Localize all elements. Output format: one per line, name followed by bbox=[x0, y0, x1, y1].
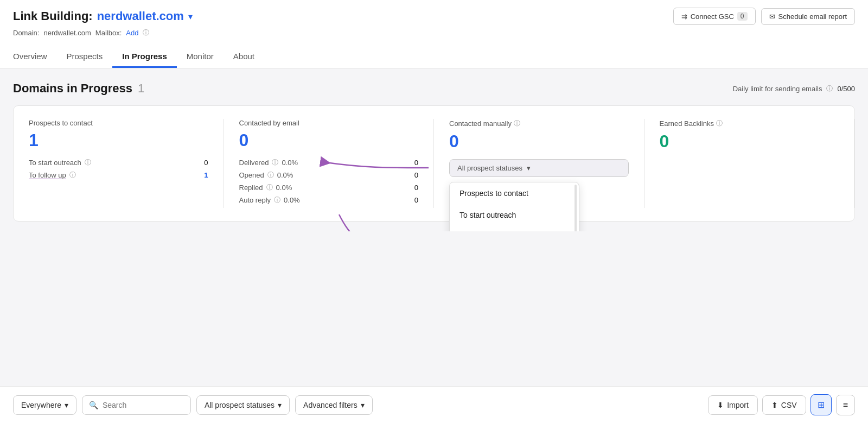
replied-value: 0 bbox=[414, 184, 418, 192]
section-header: Domains in Progress 1 Daily limit for se… bbox=[13, 81, 855, 96]
contacted-manual-value: 0 bbox=[449, 131, 629, 151]
daily-limit-label: Daily limit for sending emails bbox=[733, 85, 822, 93]
autoreply-row: Auto reply ⓘ 0.0% 0 bbox=[239, 195, 419, 205]
stat-earned-backlinks: Earned Backlinks ⓘ 0 bbox=[644, 119, 855, 208]
stat-contacted-manually: Contacted manually ⓘ 0 All prospect stat… bbox=[434, 119, 644, 208]
dropdown-trigger-label: All prospect statuses bbox=[457, 164, 522, 172]
follow-up-label: To follow up bbox=[29, 171, 66, 179]
backlinks-label: Earned Backlinks bbox=[660, 119, 714, 128]
replied-info-icon[interactable]: ⓘ bbox=[266, 183, 273, 192]
tab-overview[interactable]: Overview bbox=[13, 46, 57, 68]
mailbox-label: Mailbox: bbox=[95, 29, 122, 37]
autoreply-label: Auto reply bbox=[239, 196, 271, 204]
title-static: Link Building: bbox=[13, 9, 93, 23]
domain-chevron-icon[interactable]: ▾ bbox=[188, 11, 193, 22]
connect-gsc-button[interactable]: ⇉ Connect GSC 0 bbox=[673, 8, 756, 25]
mailbox-add-link[interactable]: Add bbox=[126, 29, 138, 37]
start-outreach-info-icon[interactable]: ⓘ bbox=[85, 158, 91, 167]
opened-row: Opened ⓘ 0.0% 0 bbox=[239, 171, 419, 180]
delivered-info-icon[interactable]: ⓘ bbox=[272, 158, 278, 167]
autoreply-info-icon[interactable]: ⓘ bbox=[274, 195, 280, 205]
dropdown-item-prospects-to-contact[interactable]: Prospects to contact bbox=[450, 182, 579, 204]
opened-pct: 0.0% bbox=[277, 171, 293, 179]
delivered-row: Delivered ⓘ 0.0% 0 bbox=[239, 158, 419, 167]
domain-count: 1 bbox=[138, 81, 144, 96]
tab-monitor[interactable]: Monitor bbox=[177, 46, 224, 68]
nav-tabs: Overview Prospects In Progress Monitor A… bbox=[13, 46, 855, 68]
prospects-value: 1 bbox=[29, 130, 208, 150]
prospects-label: Prospects to contact bbox=[29, 119, 93, 127]
top-bar: Link Building: nerdwallet.com ▾ ⇉ Connec… bbox=[0, 0, 868, 68]
delivered-label: Delivered bbox=[239, 159, 269, 167]
replied-row: Replied ⓘ 0.0% 0 bbox=[239, 183, 419, 192]
gsc-label: Connect GSC bbox=[691, 12, 734, 21]
main-content: Domains in Progress 1 Daily limit for se… bbox=[0, 68, 868, 222]
start-outreach-label: To start outreach bbox=[29, 159, 81, 167]
daily-limit-info-icon[interactable]: ⓘ bbox=[826, 84, 833, 93]
dropdown-chevron-icon: ▾ bbox=[527, 164, 531, 172]
gsc-icon: ⇉ bbox=[681, 12, 687, 21]
follow-up-info-icon[interactable]: ⓘ bbox=[69, 171, 76, 180]
opened-info-icon[interactable]: ⓘ bbox=[267, 171, 274, 180]
schedule-email-button[interactable]: ✉ Schedule email report bbox=[761, 8, 855, 25]
section-title: Domains in Progress 1 bbox=[13, 81, 144, 96]
daily-limit: Daily limit for sending emails ⓘ 0/500 bbox=[733, 84, 855, 93]
tab-in-progress[interactable]: In Progress bbox=[112, 46, 177, 68]
follow-up-value: 1 bbox=[204, 171, 208, 179]
opened-label: Opened bbox=[239, 171, 264, 179]
dropdown-item-start-outreach[interactable]: To start outreach bbox=[450, 204, 579, 226]
tab-about[interactable]: About bbox=[224, 46, 264, 68]
contacted-manual-info-icon[interactable]: ⓘ bbox=[514, 119, 520, 128]
domain-label: Domain: bbox=[13, 29, 39, 37]
autoreply-value: 0 bbox=[414, 196, 418, 204]
backlinks-value: 0 bbox=[660, 131, 839, 151]
top-actions: ⇉ Connect GSC 0 ✉ Schedule email report bbox=[673, 8, 855, 25]
page-title: Domains in Progress bbox=[13, 81, 132, 96]
domain-info: Domain: nerdwallet.com Mailbox: Add ⓘ bbox=[13, 28, 855, 42]
delivered-pct: 0.0% bbox=[282, 159, 298, 167]
schedule-label: Schedule email report bbox=[778, 12, 847, 21]
delivered-value: 0 bbox=[414, 159, 418, 167]
stat-prospects-to-contact: Prospects to contact 1 To start outreach… bbox=[14, 119, 224, 208]
mailbox-info-icon[interactable]: ⓘ bbox=[143, 28, 149, 37]
title-domain[interactable]: nerdwallet.com bbox=[97, 9, 184, 23]
header-row: Link Building: nerdwallet.com ▾ ⇉ Connec… bbox=[13, 8, 855, 25]
replied-label: Replied bbox=[239, 184, 263, 192]
stat-follow-up-row: To follow up ⓘ 1 bbox=[29, 171, 208, 180]
mail-icon: ✉ bbox=[769, 12, 775, 21]
title-area: Link Building: nerdwallet.com ▾ bbox=[13, 9, 193, 23]
contacted-manual-label: Contacted manually bbox=[449, 119, 512, 128]
domain-value: nerdwallet.com bbox=[43, 29, 91, 37]
contacted-email-value: 0 bbox=[239, 130, 419, 150]
arrow-right-annotation bbox=[296, 214, 448, 231]
start-outreach-value: 0 bbox=[204, 159, 208, 167]
dropdown-trigger[interactable]: All prospect statuses ▾ bbox=[449, 159, 629, 177]
contacted-email-label: Contacted by email bbox=[239, 119, 299, 127]
stat-start-outreach-row: To start outreach ⓘ 0 bbox=[29, 158, 208, 167]
autoreply-pct: 0.0% bbox=[284, 196, 300, 204]
replied-pct: 0.0% bbox=[276, 184, 292, 192]
opened-value: 0 bbox=[414, 171, 418, 179]
gsc-badge: 0 bbox=[737, 12, 748, 21]
stat-contacted-by-email: Contacted by email 0 Delivered ⓘ 0.0% 0 … bbox=[224, 119, 435, 208]
tab-prospects[interactable]: Prospects bbox=[57, 46, 113, 68]
dropdown-menu: Prospects to contact To start outreach T… bbox=[449, 182, 579, 231]
backlinks-info-icon[interactable]: ⓘ bbox=[716, 119, 723, 128]
dropdown-scrollbar[interactable] bbox=[575, 185, 577, 231]
prospect-status-dropdown[interactable]: All prospect statuses ▾ Prospects to con… bbox=[449, 159, 629, 177]
dropdown-item-follow-up[interactable]: To follow up bbox=[450, 226, 579, 231]
daily-limit-value: 0/500 bbox=[837, 85, 855, 93]
stats-card: Prospects to contact 1 To start outreach… bbox=[13, 105, 855, 222]
